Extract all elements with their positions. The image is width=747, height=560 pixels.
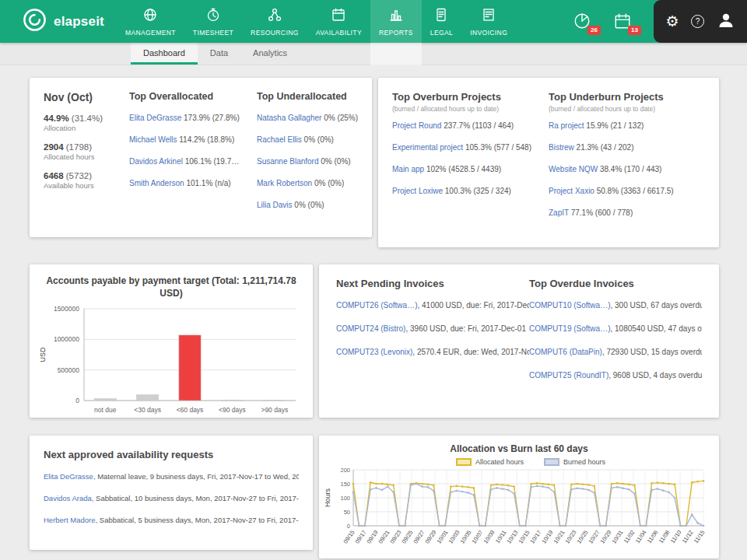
overburn-project-text: 237.7% (1103 / 464) [441, 121, 514, 130]
elapseit-logo-icon [22, 7, 47, 36]
underallocated-person-link[interactable]: Mark Robertson [257, 179, 312, 187]
svg-text:1000000: 1000000 [54, 336, 79, 344]
pending-invoice: COMPUT23 (Levonix), 2570.4 EUR, due: Wed… [336, 348, 529, 356]
overdue-invoices-list: COMPUT10 (Softwa…), 300 USD, 67 days ove… [529, 301, 702, 380]
pending-invoice: COMPUT24 (Bistro), 3960 USD, due: Fri, 2… [336, 324, 529, 333]
overdue-invoice: COMPUT6 (DataPin), 72930 USD, 15 days ov… [529, 348, 702, 356]
overallocated-person-link[interactable]: Michael Wells [129, 135, 177, 144]
stopwatch-icon [205, 7, 221, 26]
svg-text:11/08: 11/08 [658, 529, 672, 544]
pending-invoices-column: Next Pending Invoices COMPUT26 (Softwa…)… [336, 278, 529, 404]
profile-avatar-icon[interactable] [717, 11, 735, 33]
overburn-project-link[interactable]: Project Loxiwe [392, 187, 443, 195]
nav-item-label: INVOICING [470, 29, 507, 37]
globe-icon [142, 7, 158, 26]
overdue-invoice-link[interactable]: COMPUT10 (Softwa…) [529, 301, 610, 310]
overburn-project-link[interactable]: Project Round [392, 121, 441, 130]
notification-pie-chart-icon[interactable]: 26 [573, 12, 591, 32]
top-navbar: elapseit MANAGEMENTTIMESHEETRESOURCINGAV… [0, 0, 747, 43]
overallocated-person-link[interactable]: Davidos Arkinel [129, 157, 183, 166]
stat-label: Available hours [44, 181, 118, 190]
overdue-invoice-text: , 300 USD, 67 days overdue [610, 301, 702, 310]
overdue-invoice-link[interactable]: COMPUT19 (Softwa…) [529, 324, 610, 333]
accounts-payable-card: Accounts payable by payment target (Tota… [30, 264, 313, 418]
legend-burned[interactable]: Burned hours [544, 458, 605, 466]
invoices-card: Next Pending Invoices COMPUT26 (Softwa…)… [319, 264, 719, 418]
svg-text:10/11: 10/11 [494, 529, 508, 544]
pending-invoice-link[interactable]: COMPUT24 (Bistro) [336, 324, 405, 333]
nav-item-label: LEGAL [430, 29, 453, 37]
pending-invoice-link[interactable]: COMPUT23 (Levonix) [336, 348, 412, 356]
brand-logo[interactable]: elapseit [0, 0, 117, 43]
underburn-project-link[interactable]: Website NQW [549, 165, 598, 173]
underburn-project-text: 50.8% (3363 / 6617.5) [594, 187, 674, 195]
overburn-project-link[interactable]: Main app [392, 165, 424, 173]
overdue-invoice: COMPUT19 (Softwa…), 1080540 USD, 47 days… [529, 324, 702, 333]
notification-area: 2613 [573, 12, 654, 32]
help-icon[interactable]: ? [691, 15, 704, 28]
chart-legend: Allocated hours Burned hours [345, 458, 716, 466]
underburn-project-link[interactable]: Bistrew [549, 143, 574, 152]
brand-name: elapseit [54, 14, 104, 30]
availability-request-link[interactable]: Davidos Arada, [44, 494, 93, 502]
svg-text:1500000: 1500000 [54, 305, 79, 313]
overallocated-person-link[interactable]: Elita DeGrasse [129, 114, 181, 122]
tab-analytics[interactable]: Analytics [240, 43, 300, 65]
nav-item-availability[interactable]: AVAILABILITY [307, 0, 370, 43]
nav-item-label: AVAILABILITY [316, 29, 362, 37]
nav-item-management[interactable]: MANAGEMENT [117, 0, 184, 43]
availability-request: Davidos Arada, Sabbatical, 10 business d… [44, 494, 299, 502]
underallocated-person: Natasha Gallagher 0% (25%) [257, 114, 358, 122]
underburn-project-text: 77.1% (600 / 778) [569, 208, 633, 217]
overallocated-person-link[interactable]: Smith Anderson [129, 179, 184, 187]
nav-item-legal[interactable]: LEGAL [422, 0, 461, 43]
availability-request-text: Sabbatical, 5 business days, Mon, 2017-N… [97, 516, 299, 524]
pending-invoice-text: , 2570.4 EUR, due: Wed, 2017-No… [412, 348, 529, 356]
underallocated-person-text: 0% (0%) [302, 135, 334, 144]
tab-dashboard[interactable]: Dashboard [131, 43, 198, 65]
underallocated-person-link[interactable]: Rachael Ellis [257, 135, 302, 144]
burned-swatch-icon [544, 458, 559, 466]
underburn-project-text: 21.3% (43 / 202) [574, 143, 634, 152]
availability-request-link[interactable]: Herbert Madore, [44, 516, 97, 524]
nav-item-reports[interactable]: REPORTS [370, 0, 422, 43]
svg-text:09/15: 09/15 [342, 529, 356, 545]
underallocated-person-link[interactable]: Natasha Gallagher [257, 114, 321, 122]
month-title: Nov (Oct) [44, 91, 118, 103]
availability-request-link[interactable]: Elita DeGrasse, [44, 472, 96, 481]
availability-requests-card: Next approved availability requests Elit… [30, 436, 313, 550]
availability-request: Elita DeGrasse, Maternal leave, 9 busine… [44, 472, 299, 481]
underallocated-person-link[interactable]: Susanne Blanford [257, 157, 319, 166]
notification-badge: 13 [628, 26, 641, 35]
overallocated-list: Elita DeGrasse 173.9% (27.8%)Michael Wel… [129, 114, 246, 187]
overallocated-title: Top Overallocated [129, 91, 246, 102]
overallocated-person-text: 173.9% (27.8%) [181, 114, 240, 122]
notification-calendar-badge-icon[interactable]: 13 [613, 12, 632, 32]
underallocated-list: Natasha Gallagher 0% (25%)Rachael Ellis … [257, 114, 358, 209]
legend-allocated[interactable]: Allocated hours [456, 458, 524, 466]
svg-text:200: 200 [340, 466, 350, 473]
overdue-invoice-link[interactable]: COMPUT6 (DataPin) [529, 348, 602, 356]
legend-label: Allocated hours [475, 458, 524, 466]
svg-text:10/13: 10/13 [505, 529, 519, 545]
overdue-invoice-link[interactable]: COMPUT25 (RoundIT) [529, 371, 608, 380]
underburn-project-link[interactable]: Project Xaxio [549, 187, 594, 195]
underburn-project-link[interactable]: Ra project [549, 121, 584, 130]
underburn-project: Website NQW 38.4% (170 / 443) [549, 165, 699, 173]
underallocated-person-link[interactable]: Lilia Davis [257, 201, 293, 209]
nav-item-label: MANAGEMENT [125, 29, 176, 37]
overallocated-person-text: 106.1% (19.7… [183, 157, 239, 166]
stat-label: Allocation [44, 124, 118, 132]
nav-item-timesheet[interactable]: TIMESHEET [184, 0, 242, 43]
gear-icon[interactable]: ⚙ [665, 14, 679, 29]
overallocated-person: Michael Wells 114.2% (18.8%) [129, 135, 246, 144]
calendar-icon [331, 7, 346, 26]
svg-text:11/12: 11/12 [681, 529, 695, 544]
underburn-project-link[interactable]: ZapIT [549, 208, 569, 217]
overburn-project-link[interactable]: Experimental project [392, 143, 463, 152]
pending-invoice-link[interactable]: COMPUT26 (Softwa…) [336, 301, 417, 310]
main-nav: MANAGEMENTTIMESHEETRESOURCINGAVAILABILIT… [117, 0, 516, 43]
nav-item-invoicing[interactable]: INVOICING [461, 0, 516, 43]
tab-data[interactable]: Data [198, 43, 240, 65]
nav-item-resourcing[interactable]: RESOURCING [242, 0, 307, 43]
